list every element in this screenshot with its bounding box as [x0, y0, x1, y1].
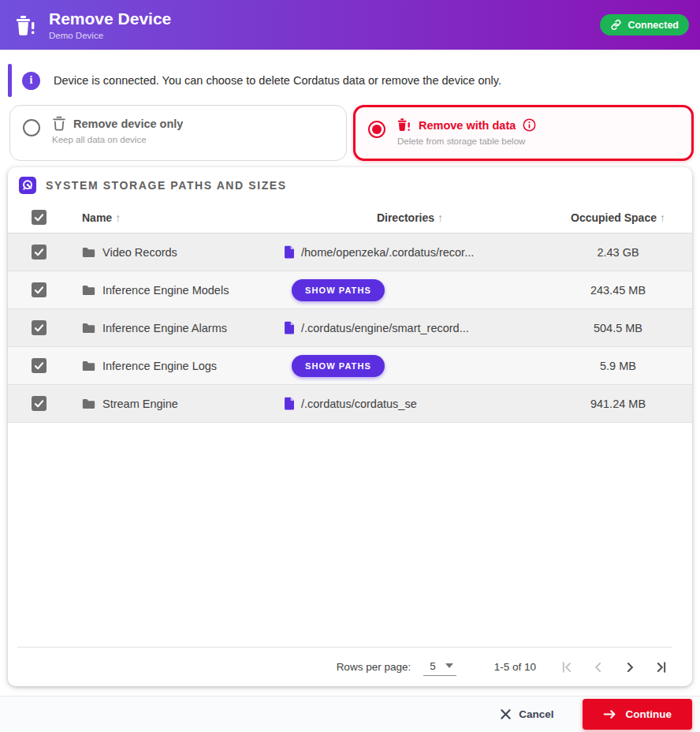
occupied-space-value: 243.45 MB	[590, 284, 646, 297]
directory-path: /.cordatus/engine/smart_record...	[301, 322, 469, 334]
trash-alert-icon	[13, 13, 38, 38]
row-name: Video Records	[102, 246, 177, 259]
status-badge-label: Connected	[627, 20, 679, 31]
file-icon	[284, 321, 295, 334]
section-title: System Storage Paths and Sizes	[46, 179, 287, 192]
removal-options: Remove device only Keep all data on devi…	[9, 105, 694, 161]
trash-outline-icon	[52, 116, 66, 131]
radio-remove-only[interactable]	[23, 119, 40, 136]
table-row-video-records: Video Records /home/openzeka/.cordatus/r…	[8, 233, 692, 271]
row-checkbox[interactable]	[32, 282, 47, 297]
rows-per-page-label: Rows per page:	[337, 661, 411, 673]
rows-per-page-select[interactable]: 5	[423, 659, 456, 676]
header-titles: Remove Device Demo Device	[49, 9, 600, 40]
table-row-inference-engine-models: Inference Engine Models SHOW PATHS 243.4…	[8, 271, 692, 309]
connected-status-badge: Connected	[600, 14, 689, 35]
info-tooltip-icon[interactable]	[523, 118, 536, 132]
close-icon	[500, 708, 512, 720]
pagination-buttons	[557, 657, 672, 678]
table-body: Video Records /home/openzeka/.cordatus/r…	[8, 233, 692, 423]
radio-remove-with-data[interactable]	[368, 121, 385, 138]
remove-device-dialog: Remove Device Demo Device Connected i De…	[0, 0, 700, 732]
row-name: Inference Engine Logs	[102, 360, 217, 372]
table-header-row: Name ↑ Directories ↑ Occupied Space ↑	[8, 202, 692, 233]
table-row-stream-engine: Stream Engine /.cordatus/cordatus_se 941…	[8, 385, 692, 423]
column-label: Occupied Space	[571, 211, 657, 224]
folder-icon	[82, 247, 95, 258]
table-pagination: Rows per page: 5 1-5 of 10	[17, 647, 672, 686]
file-icon	[284, 397, 295, 410]
last-page-button[interactable]	[651, 657, 672, 678]
continue-button[interactable]: Continue	[583, 699, 693, 730]
sort-arrow-icon: ↑	[115, 211, 121, 224]
occupied-space-value: 5.9 MB	[600, 360, 636, 372]
column-label: Name	[82, 211, 112, 224]
chevron-left-icon	[590, 659, 606, 675]
directory-path: /.cordatus/cordatus_se	[301, 398, 417, 410]
option-title: Remove with data	[419, 119, 516, 132]
option-body: Remove device only Keep all data on devi…	[52, 116, 183, 144]
column-header-directories[interactable]: Directories ↑	[377, 211, 443, 224]
arrow-right-icon	[603, 708, 616, 720]
previous-page-button[interactable]	[588, 657, 609, 678]
option-title: Remove device only	[73, 118, 183, 130]
directory-path: /home/openzeka/.cordatus/recor...	[301, 246, 474, 259]
column-header-name[interactable]: Name ↑	[69, 211, 276, 224]
continue-label: Continue	[626, 708, 672, 720]
folder-icon	[82, 285, 95, 296]
option-body: Remove with data Delete from storage tab…	[397, 118, 536, 146]
last-page-icon	[653, 659, 669, 675]
column-header-occupied-space[interactable]: Occupied Space ↑	[571, 211, 665, 224]
device-name: Demo Device	[49, 31, 600, 40]
alert-accent-bar	[8, 64, 12, 97]
page-title: Remove Device	[49, 9, 600, 28]
folder-icon	[82, 323, 95, 334]
option-remove-with-data[interactable]: Remove with data Delete from storage tab…	[353, 105, 694, 161]
cancel-label: Cancel	[519, 708, 553, 720]
file-icon	[284, 245, 295, 259]
chevron-right-icon	[622, 659, 638, 675]
row-name: Inference Engine Alarms	[102, 322, 227, 334]
link-icon	[610, 19, 622, 31]
table-empty-space	[8, 423, 692, 647]
folder-icon	[82, 398, 95, 409]
row-name: Stream Engine	[102, 398, 178, 410]
first-page-icon	[559, 659, 575, 675]
select-all-checkbox[interactable]	[32, 210, 47, 225]
next-page-button[interactable]	[620, 657, 640, 678]
occupied-space-value: 504.5 MB	[594, 322, 642, 334]
option-subtitle: Keep all data on device	[52, 135, 183, 144]
row-checkbox[interactable]	[32, 358, 47, 373]
occupied-space-value: 941.24 MB	[590, 398, 646, 410]
dialog-footer: Cancel Continue	[0, 696, 700, 732]
chevron-down-icon	[445, 663, 453, 668]
column-label: Directories	[377, 211, 434, 224]
alert-message: Device is connected. You can choose to d…	[54, 74, 501, 87]
dialog-header: Remove Device Demo Device Connected	[0, 0, 700, 50]
show-paths-button[interactable]: SHOW PATHS	[292, 355, 385, 377]
occupied-space-value: 2.43 GB	[597, 246, 639, 259]
cancel-button[interactable]: Cancel	[492, 702, 561, 726]
show-paths-button[interactable]: SHOW PATHS	[292, 279, 385, 301]
info-icon: i	[22, 72, 40, 90]
rows-per-page-value: 5	[430, 660, 436, 672]
harddisk-icon	[19, 177, 36, 194]
info-alert: i Device is connected. You can choose to…	[8, 64, 691, 97]
section-header: System Storage Paths and Sizes	[8, 167, 692, 202]
first-page-button[interactable]	[557, 657, 577, 678]
sort-arrow-icon: ↑	[438, 211, 443, 224]
row-name: Inference Engine Models	[102, 284, 229, 297]
table-row-inference-engine-alarms: Inference Engine Alarms /.cordatus/engin…	[8, 309, 692, 347]
option-remove-device-only[interactable]: Remove device only Keep all data on devi…	[9, 105, 347, 161]
row-checkbox[interactable]	[32, 245, 47, 260]
trash-alert-icon	[397, 118, 411, 133]
option-subtitle: Delete from storage table below	[397, 136, 536, 146]
folder-icon	[82, 360, 95, 372]
pagination-range: 1-5 of 10	[494, 661, 536, 673]
row-checkbox[interactable]	[32, 320, 47, 335]
storage-table-card: System Storage Paths and Sizes Name ↑ Di…	[8, 167, 692, 686]
table-row-inference-engine-logs: Inference Engine Logs SHOW PATHS 5.9 MB	[8, 347, 692, 385]
row-checkbox[interactable]	[32, 396, 47, 411]
sort-arrow-icon: ↑	[660, 211, 665, 224]
